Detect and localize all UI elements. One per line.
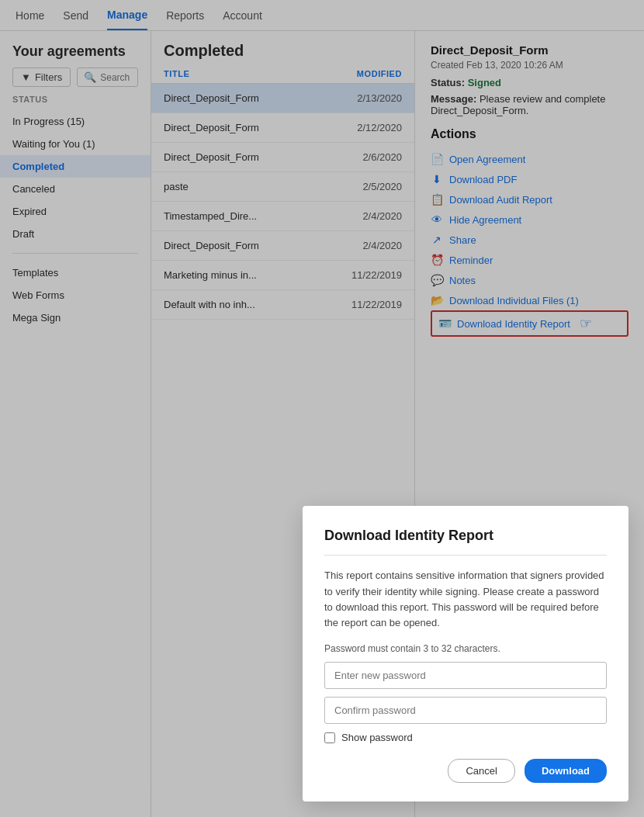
show-password-label: Show password xyxy=(341,732,413,743)
modal-title: Download Identity Report xyxy=(324,528,607,544)
modal-divider xyxy=(324,555,607,556)
show-password-row: Show password xyxy=(324,732,607,743)
show-password-checkbox[interactable] xyxy=(324,732,335,743)
modal-pw-label: Password must contain 3 to 32 characters… xyxy=(324,643,607,654)
modal-description: This report contains sensitive informati… xyxy=(324,568,607,631)
modal-box: Download Identity Report This report con… xyxy=(303,506,628,801)
download-button[interactable]: Download xyxy=(525,759,607,783)
cancel-button[interactable]: Cancel xyxy=(448,759,514,783)
modal-actions: Cancel Download xyxy=(324,759,607,783)
new-password-input[interactable] xyxy=(324,662,607,689)
modal-overlay: Download Identity Report This report con… xyxy=(0,0,644,817)
confirm-password-input[interactable] xyxy=(324,697,607,724)
